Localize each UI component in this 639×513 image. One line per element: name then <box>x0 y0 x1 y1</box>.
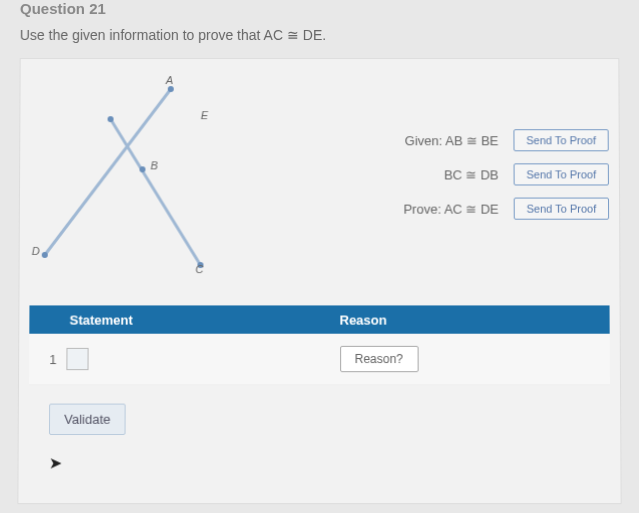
proof-panel: A E B D C Given: AB ≅ BE Send To Proof B… <box>17 58 621 504</box>
svg-point-6 <box>139 166 145 172</box>
row-number: 1 <box>49 351 56 366</box>
cursor-icon: ➤ <box>49 453 611 472</box>
svg-line-0 <box>45 89 171 255</box>
point-label-d: D <box>32 245 40 257</box>
svg-line-1 <box>110 119 201 265</box>
proof-table-header: Statement Reason <box>29 305 609 333</box>
given-text: Prove: AC ≅ DE <box>378 201 498 216</box>
svg-point-4 <box>108 116 114 122</box>
table-row: 1 Reason? <box>29 334 610 386</box>
point-label-b: B <box>150 159 157 171</box>
given-text: BC ≅ DB <box>378 167 498 182</box>
send-to-proof-button[interactable]: Send To Proof <box>514 163 609 185</box>
instruction-text: Use the given information to prove that … <box>20 27 620 58</box>
figure-svg <box>30 74 231 275</box>
point-label-c: C <box>195 263 203 275</box>
question-number: Question 21 <box>20 0 619 27</box>
send-to-proof-button[interactable]: Send To Proof <box>514 198 609 220</box>
validate-button[interactable]: Validate <box>49 404 126 435</box>
reason-button[interactable]: Reason? <box>340 346 419 372</box>
svg-point-2 <box>42 252 48 258</box>
header-reason: Reason <box>320 312 610 327</box>
given-row: Given: AB ≅ BE Send To Proof <box>251 129 609 151</box>
point-label-a: A <box>166 74 173 86</box>
header-statement: Statement <box>29 312 319 327</box>
given-text: Given: AB ≅ BE <box>378 133 498 148</box>
geometry-figure: A E B D C <box>30 74 231 275</box>
statement-input[interactable] <box>67 348 89 370</box>
given-row: Prove: AC ≅ DE Send To Proof <box>251 198 609 220</box>
svg-point-3 <box>168 86 174 92</box>
send-to-proof-button[interactable]: Send To Proof <box>513 129 608 151</box>
point-label-e: E <box>201 109 208 121</box>
given-row: BC ≅ DB Send To Proof <box>251 163 609 185</box>
givens-list: Given: AB ≅ BE Send To Proof BC ≅ DB Sen… <box>251 129 609 219</box>
